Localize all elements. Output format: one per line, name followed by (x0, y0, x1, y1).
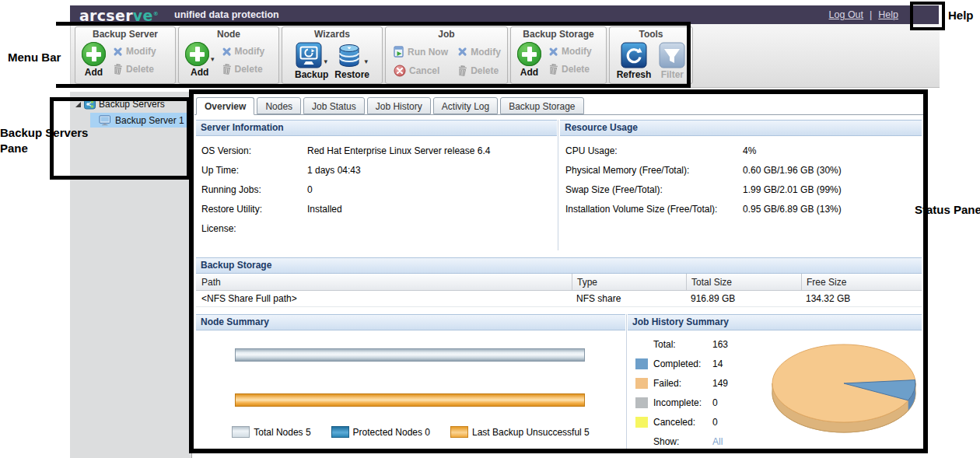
legend-item: Total Nodes 5 (232, 426, 310, 438)
node-add-button[interactable]: ▾ Add (185, 42, 215, 78)
column-type[interactable]: Type (572, 274, 686, 290)
node-summary-legend: Total Nodes 5 Protected Nodes 0 Last Bac… (196, 426, 625, 438)
server-information-panel: Server Information OS Version:Red Hat En… (196, 120, 557, 238)
group-backup-storage: Backup Storage Add Modify Delete (510, 26, 607, 84)
restore-wizard-button[interactable]: ▾ Restore (334, 42, 369, 80)
modify-icon (548, 47, 558, 57)
stat-row-show: Show:All (635, 432, 728, 451)
job-history-summary-panel: Job History Summary Total:163 Completed:… (628, 314, 922, 453)
job-cancel-button[interactable]: Cancel (394, 65, 448, 77)
stat-row-failed: Failed:149 (635, 373, 728, 393)
link-separator: | (870, 9, 872, 20)
group-node: Node ▾ Add Modify Delete (178, 26, 279, 84)
menu-bar-annotation: Menu Bar (8, 50, 61, 65)
modify-icon (222, 47, 232, 57)
job-run-now-button[interactable]: Run Now (394, 46, 448, 58)
app-window: arcserve® unified data protection Log Ou… (0, 0, 980, 458)
refresh-button[interactable]: Refresh (617, 42, 652, 80)
network-share-icon (84, 99, 96, 110)
status-pane-annotation: Status Pane (915, 202, 980, 218)
stat-row-canceled: Canceled:0 (635, 412, 728, 432)
resource-usage-panel: Resource Usage CPU Usage:4% Physical Mem… (560, 120, 922, 219)
legend-item: Protected Nodes 0 (331, 426, 430, 438)
group-title: Node (179, 27, 278, 41)
panel-title: Server Information (196, 120, 557, 136)
tree-node-backup-servers[interactable]: Backup Servers (70, 92, 191, 110)
tab-nodes[interactable]: Nodes (257, 97, 301, 114)
job-modify-button[interactable]: Modify (457, 46, 501, 58)
node-summary-panel: Node Summary Total Nodes 5 Protected Nod… (196, 314, 625, 453)
restore-database-icon (336, 42, 362, 68)
job-history-pie (758, 334, 920, 443)
group-wizards: Wizards ▾ Backup ▾ Resto (282, 26, 383, 84)
legend-item: Last Backup Unsuccessful 5 (450, 426, 590, 438)
add-icon (185, 42, 209, 66)
group-title: Backup Storage (511, 27, 606, 41)
tab-strip: Overview Nodes Job Status Job History Ac… (196, 97, 584, 115)
info-row: Restore Utility:Installed (196, 199, 557, 219)
info-row: License: (196, 219, 557, 238)
filter-button[interactable]: Filter (659, 42, 685, 80)
incomplete-swatch (635, 397, 648, 408)
column-free-size[interactable]: Free Size (801, 274, 922, 290)
node-delete-button[interactable]: Delete (222, 64, 265, 75)
group-title: Job (386, 27, 507, 41)
node-modify-button[interactable]: Modify (222, 46, 265, 57)
tree-node-backup-server-1[interactable]: Backup Server 1 (90, 113, 191, 128)
info-row: Physical Memory (Free/Total):0.60 GB/1.9… (560, 160, 922, 180)
backup-server-modify-button[interactable]: Modify (113, 46, 156, 57)
chevron-down-icon: ▾ (364, 58, 368, 65)
tab-job-history[interactable]: Job History (367, 97, 431, 114)
table-row[interactable]: <NFS Share Full path> NFS share 916.89 G… (196, 291, 922, 307)
refresh-icon (621, 42, 647, 68)
group-tools: Tools Refresh Filter (609, 26, 693, 84)
legend-swatch-last-backup-unsuccessful (450, 426, 468, 438)
tree-expand-icon[interactable] (75, 102, 81, 107)
cancel-icon (394, 65, 406, 77)
show-all-link[interactable]: All (712, 436, 723, 447)
delete-icon (221, 63, 232, 75)
top-bar: arcserve® unified data protection Log Ou… (70, 5, 939, 24)
tab-backup-storage[interactable]: Backup Storage (500, 97, 583, 114)
backup-storage-panel: Backup Storage Path Type Total Size Free… (196, 257, 922, 307)
table-header: Path Type Total Size Free Size (196, 274, 922, 291)
tab-activity-log[interactable]: Activity Log (433, 97, 498, 114)
tab-overview[interactable]: Overview (196, 97, 254, 115)
group-title: Tools (610, 27, 692, 41)
server-monitor-icon (99, 115, 111, 126)
legend-swatch-total-nodes (232, 426, 250, 438)
backup-storage-delete-button[interactable]: Delete (548, 64, 592, 75)
stat-row-completed: Completed:14 (635, 354, 728, 373)
legend-swatch-protected-nodes (331, 426, 349, 438)
menu-bar: Backup Server Add Modify Delete (70, 24, 940, 88)
product-tagline: unified data protection (174, 9, 279, 20)
tab-job-status[interactable]: Job Status (303, 97, 365, 114)
chevron-down-icon: ▾ (211, 56, 215, 62)
panel-divider (626, 314, 627, 453)
help-link[interactable]: Help (878, 9, 898, 20)
info-row: OS Version:Red Hat Enterprise Linux Serv… (196, 141, 557, 160)
backup-server-delete-button[interactable]: Delete (113, 64, 156, 75)
job-delete-button[interactable]: Delete (457, 65, 501, 77)
delete-icon (457, 65, 467, 76)
failed-swatch (635, 378, 648, 389)
add-icon (82, 42, 106, 66)
tree-node-label: Backup Servers (99, 99, 165, 110)
column-path[interactable]: Path (196, 277, 572, 288)
modify-icon (113, 47, 123, 57)
stat-row-incomplete: Incomplete:0 (635, 393, 728, 412)
delete-icon (112, 63, 123, 75)
backup-servers-pane-annotation: Backup Servers Pane (0, 125, 89, 157)
delete-icon (548, 63, 558, 75)
backup-storage-add-button[interactable]: Add (517, 42, 541, 78)
backup-storage-modify-button[interactable]: Modify (548, 46, 592, 57)
backup-server-add-button[interactable]: Add (82, 42, 106, 78)
group-title: Wizards (282, 27, 382, 41)
registered-mark-icon: ® (153, 11, 159, 17)
logout-link[interactable]: Log Out (829, 9, 863, 20)
group-backup-server: Backup Server Add Modify Delete (75, 26, 176, 84)
backup-wizard-button[interactable]: ▾ Backup (295, 42, 328, 80)
info-row: Installation Volume Size (Free/Total):0.… (560, 199, 922, 219)
column-total-size[interactable]: Total Size (686, 274, 801, 290)
info-row: Up Time:1 days 04:43 (196, 160, 557, 180)
